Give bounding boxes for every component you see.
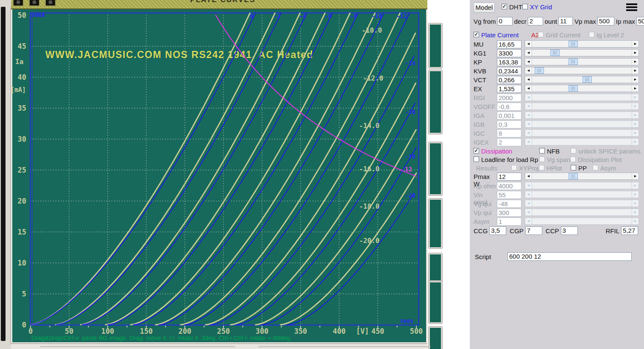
q-vp-qui-slider: ◄► [524,209,639,216]
param-kvb-slider-thumb[interactable]: ||| [535,67,544,74]
q-vin-ampl-input: 55 [497,191,521,199]
param-ex-input[interactable]: 1,535 [497,85,521,93]
pmax-w-slider-right[interactable]: ► [632,173,638,179]
cap-ccg-input[interactable]: 3,5 [489,226,506,235]
param-mu-slider[interactable]: ◄|||► [524,40,639,47]
param-rgi-slider-left: ◄ [525,94,532,101]
side-tile-button[interactable] [429,327,442,349]
q-rp-ohm-slider-left: ◄ [525,182,532,189]
vg-curve-label-top: -8 [350,13,357,20]
param-kvb-slider-track[interactable]: ||| [532,67,632,74]
param-kg1-slider-track[interactable]: ||| [532,50,632,56]
pmax-w-slider-thumb[interactable]: ||| [569,173,578,179]
cap-ccg-label: CCG [474,226,488,235]
param-rgi-slider-track [532,94,632,101]
param-ex-slider-right[interactable]: ► [632,85,638,92]
param-ex-slider-thumb[interactable]: ||| [569,85,578,92]
side-tile-button[interactable] [429,70,442,134]
param-igc-slider-track [532,130,632,136]
titlebar-button-3[interactable] [45,0,56,6]
xy-grid-checkbox[interactable] [522,4,528,9]
param-kg1-slider-left[interactable]: ◄ [525,50,532,56]
q-asym: Asym1◄► [474,217,642,226]
side-tile-button[interactable] [429,281,442,324]
param-ex-slider[interactable]: ◄|||► [524,85,639,92]
param-igc-slider: ◄► [524,129,639,137]
pmax-w-input[interactable]: 12 [497,173,521,181]
param-iga-slider-track [532,112,632,118]
field-input-3[interactable]: 500 [597,17,614,25]
q-vp-qui-label: Vp qui [474,209,496,216]
side-tile-button[interactable] [429,23,442,68]
param-kg1-slider-thumb[interactable]: ||| [550,50,560,56]
flag-pp-checkbox[interactable] [571,165,576,170]
x-tick-label: 50 [65,327,73,335]
field-input-0[interactable]: 0 [497,17,513,25]
cap-rfil-input[interactable]: 5,27 [621,226,638,235]
param-kp-slider[interactable]: ◄|||► [524,58,639,65]
q-vp-qui: Vp qui300◄► [474,208,642,217]
param-kvb-slider-left[interactable]: ◄ [525,67,532,74]
measured-vg-label: -20.0 [359,237,379,245]
param-kg1-slider[interactable]: ◄|||► [524,49,639,56]
field-input-4[interactable]: 50 [636,17,644,25]
param-iga-input: 0,001 [497,112,521,120]
field-label-1: decr [514,18,527,25]
cap-cgp-input[interactable]: 7 [525,226,542,235]
plate-current-checkbox[interactable]: ✓ [474,32,479,37]
param-kg1-input[interactable]: 3300 [497,49,521,57]
flag-loadline-for-load-rp-label: Loadline for load Rp [481,156,538,163]
flag-loadline-for-load-rp-checkbox[interactable] [474,156,479,162]
flag-row-2: ResultsXYProjHPlotPPAsym [470,164,638,173]
param-ex-slider-left[interactable]: ◄ [525,85,532,92]
titlebar-button-2[interactable] [29,0,40,6]
capacitance-row: CCG3,5CGP7CCP3RFIL5,27 [474,226,642,236]
field-input-2[interactable]: 11 [558,17,573,25]
flag-nfb-checkbox[interactable] [539,148,545,154]
param-kp-slider-left[interactable]: ◄ [525,59,532,65]
side-tile-button[interactable] [429,142,442,195]
param-igex-slider-left: ◄ [525,139,532,145]
flag-dissipation-checkbox[interactable]: ✓ [474,148,479,154]
side-tile-button[interactable] [429,253,442,282]
param-kg1-slider-right[interactable]: ► [632,50,638,56]
param-vct-slider-left[interactable]: ◄ [525,76,532,83]
dht-checkbox[interactable]: ✓ [502,4,507,9]
param-vct-slider-track[interactable]: ||| [532,76,632,83]
script-input[interactable]: 600 200 12 [507,252,632,261]
param-vct-slider-thumb[interactable]: ||| [583,76,592,83]
cap-ccp-input[interactable]: 3 [561,226,578,235]
q-asym-slider-left: ◄ [525,218,532,224]
pmax-w-slider-left[interactable]: ◄ [525,173,532,179]
pmax-w-slider[interactable]: ◄|||► [524,173,639,180]
cap-rfil-label: RFIL [606,226,620,235]
param-mu-slider-right[interactable]: ► [632,41,638,47]
param-vgoff-slider-right: ► [632,103,638,109]
param-ex-slider-track[interactable]: ||| [532,85,632,92]
param-vct-slider[interactable]: ◄|||► [524,76,639,83]
param-mu-slider-thumb[interactable]: ||| [569,41,578,47]
param-vct-slider-right[interactable]: ► [632,76,638,83]
param-vct-input[interactable]: 0,266 [497,76,521,84]
flag-xyproj-checkbox [511,165,517,170]
param-vgoff-slider-track [532,103,632,109]
param-kp-slider-track[interactable]: ||| [532,59,632,65]
param-kp-slider-right[interactable]: ► [632,59,638,65]
param-kp-input[interactable]: 163,38 [497,58,521,66]
param-mu-slider-track[interactable]: ||| [532,41,632,47]
x-tick-label: 500 [410,327,423,335]
param-kp-slider-thumb[interactable]: ||| [569,59,578,65]
param-mu-input[interactable]: 16,65 [497,40,521,48]
menu-icon[interactable] [626,3,637,12]
param-kp: KP163,38◄|||► [474,58,642,67]
param-kvb-input[interactable]: 0,2344 [497,67,521,75]
param-kvb-slider[interactable]: ◄|||► [524,67,639,74]
titlebar-button-1[interactable] [13,0,24,6]
pmax-w-slider-track[interactable]: ||| [532,173,632,179]
param-mu-slider-left[interactable]: ◄ [525,41,532,47]
side-tile-button[interactable] [429,198,442,248]
window-titlebar[interactable]: PLATE CURVES [11,0,435,9]
y-tick-label: 15 [12,228,26,236]
field-input-1[interactable]: 2 [528,17,543,25]
param-kvb-slider-right[interactable]: ► [632,67,638,74]
